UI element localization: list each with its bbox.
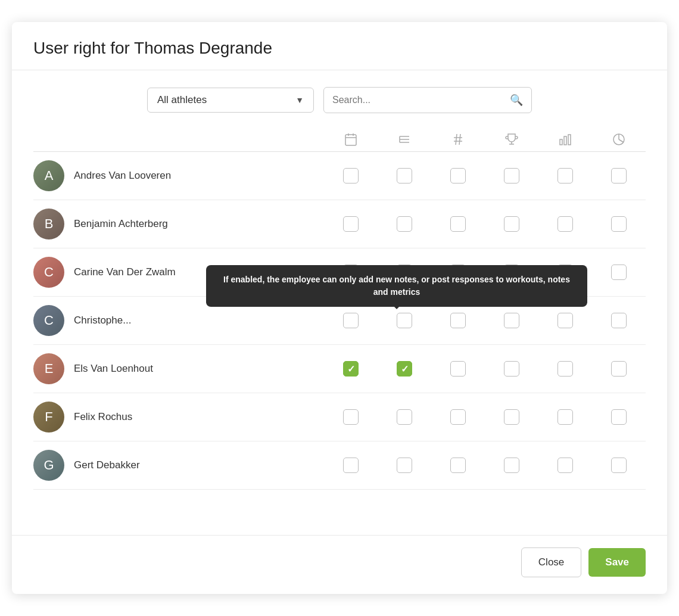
checkbox-cell xyxy=(324,168,378,183)
checkbox[interactable] xyxy=(343,216,359,232)
checkbox[interactable] xyxy=(397,313,412,328)
checkbox[interactable] xyxy=(504,361,519,377)
checkbox[interactable] xyxy=(504,168,519,183)
col-chart-icon xyxy=(538,132,592,147)
col-trophy-icon xyxy=(485,132,538,147)
col-calendar-icon xyxy=(324,132,378,147)
checkbox[interactable] xyxy=(504,265,519,280)
checkbox-cell xyxy=(485,409,538,425)
checkbox-cell xyxy=(592,265,646,280)
checkbox[interactable] xyxy=(611,168,627,183)
checkbox[interactable] xyxy=(343,168,359,183)
close-button[interactable]: Close xyxy=(521,547,581,577)
checkbox[interactable] xyxy=(397,409,412,425)
checkbox[interactable] xyxy=(450,216,466,232)
athlete-info: AAndres Van Looveren xyxy=(33,160,324,191)
checkbox[interactable] xyxy=(450,458,466,473)
search-icon: 🔍 xyxy=(510,94,523,107)
athlete-name: Els Van Loenhout xyxy=(74,363,153,375)
checkbox-cell xyxy=(378,409,431,425)
checkbox[interactable] xyxy=(343,313,359,328)
athlete-row: FFelix Rochus xyxy=(33,393,646,441)
checkbox-cell: If enabled, the employee can only add ne… xyxy=(378,313,431,328)
checkbox[interactable] xyxy=(397,361,412,377)
checkbox[interactable] xyxy=(557,313,573,328)
athlete-row: BBenjamin Achterberg xyxy=(33,200,646,248)
checkbox-cell xyxy=(538,361,592,377)
checkbox-cell xyxy=(324,216,378,232)
filter-row: All athletes ▼ 🔍 xyxy=(33,87,646,113)
checkbox[interactable] xyxy=(611,409,627,425)
checkbox-cell xyxy=(538,265,592,280)
checkbox-cell xyxy=(485,168,538,183)
avatar: G xyxy=(33,450,64,481)
tooltip-wrapper: If enabled, the employee can only add ne… xyxy=(397,313,412,328)
athlete-filter-dropdown[interactable]: All athletes ▼ xyxy=(147,88,314,113)
checkbox-cell xyxy=(324,409,378,425)
checkbox[interactable] xyxy=(611,361,627,377)
checkbox-cell xyxy=(324,313,378,328)
checkbox-cell xyxy=(431,265,485,280)
checkbox-cell xyxy=(592,361,646,377)
athlete-name: Carine Van Der Zwalm xyxy=(74,266,176,278)
checkbox[interactable] xyxy=(343,458,359,473)
checkbox[interactable] xyxy=(557,168,573,183)
checkbox[interactable] xyxy=(450,361,466,377)
checkbox[interactable] xyxy=(450,313,466,328)
checkbox[interactable] xyxy=(450,168,466,183)
checkbox-cell xyxy=(378,265,431,280)
svg-rect-14 xyxy=(560,139,562,145)
svg-line-11 xyxy=(459,134,460,145)
checkbox-cell xyxy=(538,168,592,183)
checkbox[interactable] xyxy=(397,216,412,232)
athlete-info: CCarine Van Der Zwalm xyxy=(33,257,324,288)
athlete-row: AAndres Van Looveren xyxy=(33,152,646,200)
modal-footer: Close Save xyxy=(12,535,667,594)
checkbox-cell xyxy=(378,168,431,183)
avatar: F xyxy=(33,402,64,433)
checkbox[interactable] xyxy=(611,458,627,473)
checkbox[interactable] xyxy=(397,168,412,183)
checkbox[interactable] xyxy=(397,265,412,280)
checkbox[interactable] xyxy=(504,313,519,328)
checkbox-cell xyxy=(431,458,485,473)
checkbox-cell xyxy=(485,458,538,473)
svg-line-10 xyxy=(456,134,457,145)
checkbox[interactable] xyxy=(557,361,573,377)
checkbox[interactable] xyxy=(504,409,519,425)
avatar: E xyxy=(33,353,64,384)
checkbox[interactable] xyxy=(343,265,359,280)
search-input[interactable] xyxy=(332,95,505,105)
modal-header: User right for Thomas Degrande xyxy=(12,22,667,70)
checkbox[interactable] xyxy=(557,458,573,473)
checkbox[interactable] xyxy=(611,265,627,280)
dropdown-label: All athletes xyxy=(157,94,207,106)
checkbox-cell xyxy=(324,265,378,280)
checkbox[interactable] xyxy=(557,409,573,425)
checkbox-cell xyxy=(431,216,485,232)
athlete-list: AAndres Van LooverenBBenjamin Achterberg… xyxy=(33,152,646,490)
checkbox-cell xyxy=(324,361,378,377)
checkbox-cell xyxy=(592,168,646,183)
checkbox[interactable] xyxy=(557,216,573,232)
checkbox[interactable] xyxy=(504,216,519,232)
checkbox[interactable] xyxy=(343,361,359,377)
checkbox[interactable] xyxy=(557,265,573,280)
athlete-name: Christophe... xyxy=(74,315,131,326)
checkbox[interactable] xyxy=(343,409,359,425)
checkbox[interactable] xyxy=(397,458,412,473)
svg-rect-0 xyxy=(345,135,356,145)
checkbox-cell xyxy=(538,313,592,328)
athlete-info: EEls Van Loenhout xyxy=(33,353,324,384)
checkbox[interactable] xyxy=(450,265,466,280)
athlete-row: GGert Debakker xyxy=(33,441,646,490)
save-button[interactable]: Save xyxy=(588,548,646,577)
checkbox[interactable] xyxy=(611,216,627,232)
checkbox-cell xyxy=(378,458,431,473)
col-hashtag-icon xyxy=(431,132,485,147)
checkbox[interactable] xyxy=(611,313,627,328)
checkbox[interactable] xyxy=(450,409,466,425)
athlete-name: Gert Debakker xyxy=(74,459,140,471)
checkbox[interactable] xyxy=(504,458,519,473)
checkbox-cell xyxy=(378,361,431,377)
